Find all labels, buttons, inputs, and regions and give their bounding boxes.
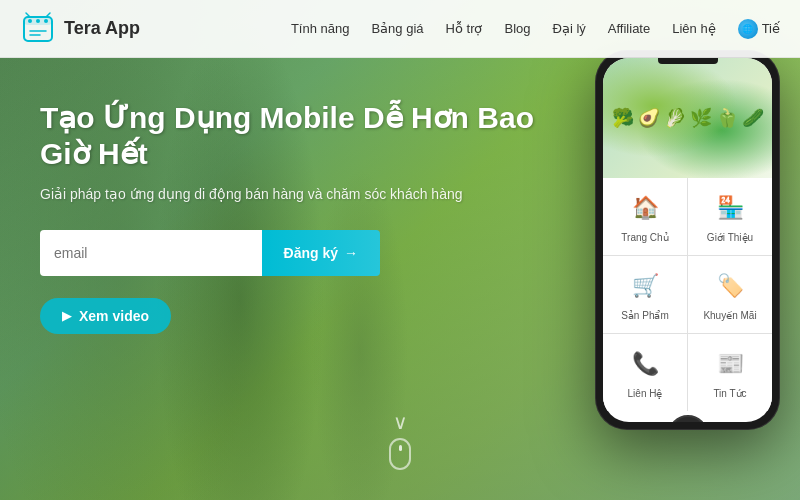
phone-notch xyxy=(658,58,718,64)
svg-point-2 xyxy=(28,19,32,23)
nav-item-tinh-nang[interactable]: Tính năng xyxy=(291,21,350,36)
register-arrow: → xyxy=(344,245,358,261)
vegetable-display: 🥦🥑🥬🌿🫑🥒 xyxy=(611,66,764,170)
veg-icon: 🥬 xyxy=(664,107,686,129)
mouse-dot xyxy=(399,445,402,451)
menu-item-label: Khuyến Mãi xyxy=(703,310,756,321)
hero-title: Tạo Ứng Dụng Mobile Dễ Hơn Bao Giờ Hết xyxy=(40,100,540,172)
phone-menu-tin-tức[interactable]: 📰Tin Tức xyxy=(688,334,772,411)
nav-item-lien-he[interactable]: Liên hệ xyxy=(672,21,715,36)
language-selector[interactable]: 🌐 Tiế xyxy=(738,19,780,39)
email-form: Đăng ký → xyxy=(40,230,380,276)
phone-menu-liên-hệ[interactable]: 📞Liên Hệ xyxy=(603,334,687,411)
veg-icon: 🥒 xyxy=(742,107,764,129)
phone-header-image: 🥦🥑🥬🌿🫑🥒 xyxy=(603,58,772,178)
scroll-indicator: ∨ xyxy=(389,410,411,470)
hero-subtitle: Giải pháp tạo ứng dụng di động bán hàng … xyxy=(40,186,540,202)
nav: Tính năngBảng giáHỗ trợBlogĐại lýAffilia… xyxy=(291,19,780,39)
menu-item-label: Liên Hệ xyxy=(628,388,663,399)
nav-item-ho-tro[interactable]: Hỗ trợ xyxy=(446,21,483,36)
email-input[interactable] xyxy=(40,230,262,276)
mouse-icon xyxy=(389,438,411,470)
nav-item-affiliate[interactable]: Affiliate xyxy=(608,21,650,36)
veg-icon: 🥦 xyxy=(612,107,634,129)
play-icon: ▶ xyxy=(62,309,71,323)
menu-item-icon: 🛒 xyxy=(627,268,663,304)
register-button[interactable]: Đăng ký → xyxy=(262,230,380,276)
register-label: Đăng ký xyxy=(284,245,338,261)
video-button[interactable]: ▶ Xem video xyxy=(40,298,171,334)
menu-item-icon: 🏪 xyxy=(712,190,748,226)
flag-icon: 🌐 xyxy=(738,19,758,39)
menu-item-label: Giới Thiệu xyxy=(707,232,753,243)
veg-icon: 🌿 xyxy=(690,107,712,129)
phone-mockup: 🥦🥑🥬🌿🫑🥒 🏠Trang Chủ🏪Giới Thiệu🛒Sản Phẩm🏷️K… xyxy=(595,50,780,430)
logo-icon xyxy=(20,11,56,47)
veg-icon: 🥑 xyxy=(638,107,660,129)
menu-item-label: Sản Phẩm xyxy=(621,310,669,321)
logo-area[interactable]: Tera App xyxy=(20,11,160,47)
phone-screen: 🥦🥑🥬🌿🫑🥒 🏠Trang Chủ🏪Giới Thiệu🛒Sản Phẩm🏷️K… xyxy=(603,58,772,422)
phone-home-button xyxy=(668,415,708,422)
logo-text: Tera App xyxy=(64,18,140,39)
menu-item-icon: 📞 xyxy=(627,346,663,382)
phone-menu-khuyến-mãi[interactable]: 🏷️Khuyến Mãi xyxy=(688,256,772,333)
menu-item-icon: 🏠 xyxy=(627,190,663,226)
phone-menu-sản-phẩm[interactable]: 🛒Sản Phẩm xyxy=(603,256,687,333)
lang-label: Tiế xyxy=(762,21,780,36)
phone-container: 🥦🥑🥬🌿🫑🥒 🏠Trang Chủ🏪Giới Thiệu🛒Sản Phẩm🏷️K… xyxy=(595,50,780,430)
header: Tera App Tính năngBảng giáHỗ trợBlogĐại … xyxy=(0,0,800,58)
nav-item-dai-ly[interactable]: Đại lý xyxy=(553,21,586,36)
menu-item-icon: 📰 xyxy=(712,346,748,382)
video-label: Xem video xyxy=(79,308,149,324)
nav-item-bang-gia[interactable]: Bảng giá xyxy=(371,21,423,36)
hero-content: Tạo Ứng Dụng Mobile Dễ Hơn Bao Giờ Hết G… xyxy=(40,100,540,334)
phone-menu: 🏠Trang Chủ🏪Giới Thiệu🛒Sản Phẩm🏷️Khuyến M… xyxy=(603,178,772,411)
svg-point-3 xyxy=(36,19,40,23)
menu-item-label: Trang Chủ xyxy=(621,232,668,243)
nav-item-blog[interactable]: Blog xyxy=(505,21,531,36)
chevron-down-icon: ∨ xyxy=(393,410,408,434)
phone-menu-giới-thiệu[interactable]: 🏪Giới Thiệu xyxy=(688,178,772,255)
phone-menu-trang-chủ[interactable]: 🏠Trang Chủ xyxy=(603,178,687,255)
svg-point-4 xyxy=(44,19,48,23)
menu-item-icon: 🏷️ xyxy=(712,268,748,304)
veg-icon: 🫑 xyxy=(716,107,738,129)
menu-item-label: Tin Tức xyxy=(713,388,746,399)
